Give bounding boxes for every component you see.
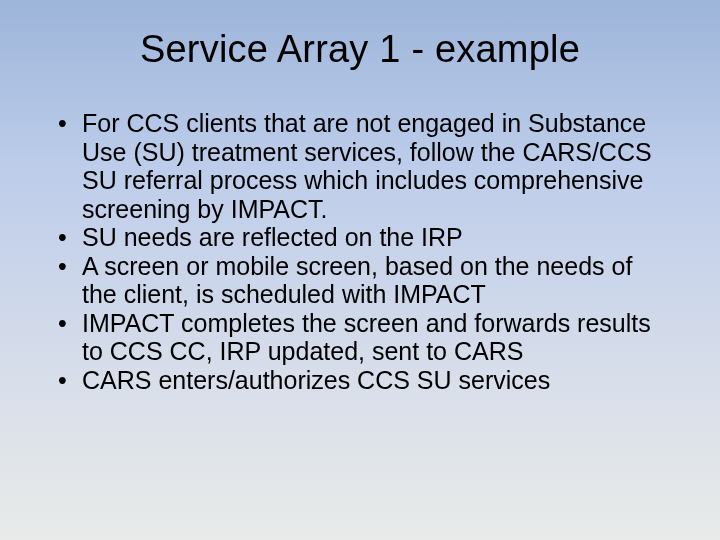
list-item: CARS enters/authorizes CCS SU services: [58, 366, 662, 395]
list-item: IMPACT completes the screen and forwards…: [58, 309, 662, 366]
list-item: SU needs are reflected on the IRP: [58, 223, 662, 252]
slide: Service Array 1 - example For CCS client…: [0, 0, 720, 540]
list-item: A screen or mobile screen, based on the …: [58, 252, 662, 309]
bullet-list: For CCS clients that are not engaged in …: [40, 109, 680, 394]
slide-title: Service Array 1 - example: [40, 28, 680, 71]
list-item: For CCS clients that are not engaged in …: [58, 109, 662, 223]
